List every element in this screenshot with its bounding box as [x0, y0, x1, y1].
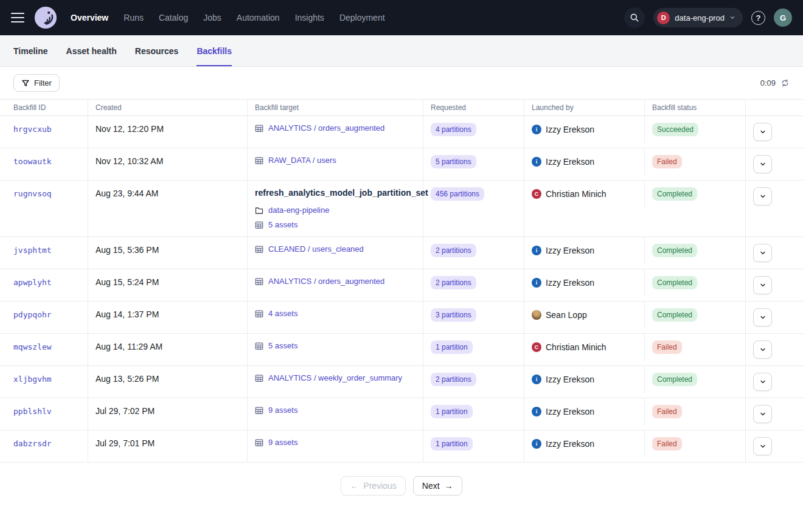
filter-funnel-icon	[21, 79, 30, 88]
asset-table-icon	[255, 124, 263, 133]
tab-resources[interactable]: Resources	[135, 35, 179, 66]
previous-page-button[interactable]: Previous	[341, 476, 405, 496]
asset-table-icon	[255, 406, 263, 415]
requested-partitions-badge: 2 partitions	[431, 276, 476, 289]
backfill-id-link[interactable]: toowautk	[13, 155, 52, 168]
refresh-countdown: 0:09	[760, 78, 776, 88]
help-button[interactable]: ?	[751, 11, 765, 25]
row-actions-button[interactable]	[753, 155, 772, 173]
row-actions-button[interactable]	[753, 308, 772, 326]
created-timestamp: Aug 14, 11:29 AM	[96, 340, 162, 353]
backfill-id-link[interactable]: rugnvsoq	[13, 187, 52, 200]
next-page-button[interactable]: Next	[413, 476, 462, 496]
dagster-logo[interactable]	[34, 6, 57, 29]
row-actions-button[interactable]	[753, 276, 772, 294]
table-row: toowautk Nov 12, 10:32 AM RAW_DATA / use…	[0, 148, 803, 181]
backfill-target-link[interactable]: 9 assets	[268, 437, 297, 447]
hamburger-menu-icon[interactable]	[11, 13, 24, 22]
status-badge: Failed	[652, 437, 682, 451]
backfill-target-link[interactable]: CLEANED / users_cleaned	[268, 244, 364, 254]
backfill-target-link[interactable]: 4 assets	[268, 308, 297, 319]
workspace-badge: D	[657, 12, 670, 24]
row-actions-button[interactable]	[753, 405, 772, 423]
avatar: i	[532, 157, 541, 167]
status-badge: Failed	[652, 405, 682, 418]
target-simple: ANALYTICS / orders_augmented	[255, 276, 415, 286]
tab-asset-health[interactable]: Asset health	[66, 35, 117, 66]
backfills-table: Backfill ID Created Backfill target Requ…	[0, 99, 803, 463]
status-badge: Failed	[652, 340, 682, 354]
user-avatar[interactable]: G	[774, 9, 792, 27]
nav-item-overview[interactable]: Overview	[71, 13, 108, 22]
row-actions-button[interactable]	[753, 244, 772, 262]
refresh-area: 0:09	[760, 78, 790, 88]
top-nav: OverviewRunsCatalogJobsAutomationInsight…	[0, 0, 803, 35]
nav-item-automation[interactable]: Automation	[237, 13, 280, 22]
tab-timeline[interactable]: Timeline	[13, 35, 48, 66]
question-mark-icon: ?	[756, 13, 761, 22]
table-row: mqwszlew Aug 14, 11:29 AM 5 assets 1 par…	[0, 334, 803, 366]
nav-item-insights[interactable]: Insights	[295, 13, 324, 22]
backfill-id-link[interactable]: dabzrsdr	[13, 437, 52, 450]
target-sub-link[interactable]: 5 assets	[268, 219, 297, 230]
tab-backfills[interactable]: Backfills	[196, 35, 232, 66]
asset-table-icon	[255, 245, 263, 254]
target-simple: 5 assets	[255, 340, 415, 351]
nav-item-catalog[interactable]: Catalog	[159, 13, 188, 22]
table-row: ppblshlv Jul 29, 7:02 PM 9 assets 1 part…	[0, 398, 803, 430]
backfill-id-link[interactable]: ppblshlv	[13, 405, 52, 418]
status-badge: Completed	[652, 373, 697, 386]
backfill-target-link[interactable]: ANALYTICS / weekly_order_summary	[268, 373, 402, 383]
target-sub-link[interactable]: data-eng-pipeline	[268, 205, 329, 215]
target-simple: RAW_DATA / users	[255, 155, 415, 165]
search-button[interactable]	[624, 7, 645, 28]
backfill-id-link[interactable]: mqwszlew	[13, 340, 52, 353]
row-actions-button[interactable]	[753, 187, 772, 206]
nav-item-runs[interactable]: Runs	[123, 13, 144, 22]
launched-by-name: Izzy Erekson	[546, 407, 594, 416]
backfill-target-link[interactable]: ANALYTICS / orders_augmented	[268, 123, 384, 133]
col-header-backfill-id: Backfill ID	[0, 100, 88, 116]
avatar: C	[532, 189, 541, 199]
nav-item-deployment[interactable]: Deployment	[339, 13, 385, 22]
row-actions-button[interactable]	[753, 373, 772, 391]
row-actions-button[interactable]	[753, 437, 772, 455]
table-body: hrgvcxub Nov 12, 12:20 PM ANALYTICS / or…	[0, 116, 803, 463]
backfill-id-link[interactable]: xljbgvhm	[13, 373, 52, 385]
job-partition-set-link[interactable]: refresh_analytics_model_job_partition_se…	[255, 187, 415, 199]
backfill-id-link[interactable]: hrgvcxub	[13, 123, 52, 136]
backfill-target-link[interactable]: ANALYTICS / orders_augmented	[268, 276, 384, 286]
status-badge: Failed	[652, 155, 682, 168]
arrow-left-icon	[350, 481, 358, 491]
table-row: pdypqohr Aug 14, 1:37 PM 4 assets 3 part…	[0, 302, 803, 334]
workspace-switcher[interactable]: D data-eng-prod	[653, 8, 743, 27]
search-icon	[630, 13, 639, 22]
backfill-id-link[interactable]: jvsphtmt	[13, 244, 52, 257]
backfill-id-link[interactable]: pdypqohr	[13, 308, 52, 321]
col-header-requested: Requested	[423, 100, 524, 116]
backfill-target-link[interactable]: 9 assets	[268, 405, 297, 415]
avatar	[532, 310, 541, 320]
avatar: i	[532, 278, 541, 288]
refresh-button[interactable]	[780, 78, 790, 88]
filter-button[interactable]: Filter	[13, 74, 60, 92]
requested-partitions-badge: 456 partitions	[431, 187, 484, 201]
status-badge: Completed	[652, 308, 697, 322]
chevron-down-icon	[759, 314, 766, 321]
nav-item-jobs[interactable]: Jobs	[203, 13, 221, 22]
main-nav-menu: OverviewRunsCatalogJobsAutomationInsight…	[71, 13, 385, 22]
asset-table-icon	[255, 221, 263, 229]
previous-label: Previous	[363, 481, 396, 491]
table-row: dabzrsdr Jul 29, 7:01 PM 9 assets 1 part…	[0, 430, 803, 463]
target-simple: ANALYTICS / orders_augmented	[255, 123, 415, 133]
backfill-id-link[interactable]: apwplyht	[13, 276, 52, 289]
asset-table-icon	[255, 309, 263, 318]
target-simple: 9 assets	[255, 405, 415, 415]
row-actions-button[interactable]	[753, 123, 772, 141]
requested-partitions-badge: 3 partitions	[431, 308, 476, 322]
folder-icon	[255, 206, 263, 215]
backfill-target-link[interactable]: 5 assets	[268, 340, 297, 351]
row-actions-button[interactable]	[753, 340, 772, 359]
backfill-target-link[interactable]: RAW_DATA / users	[268, 155, 336, 165]
next-label: Next	[422, 481, 440, 491]
